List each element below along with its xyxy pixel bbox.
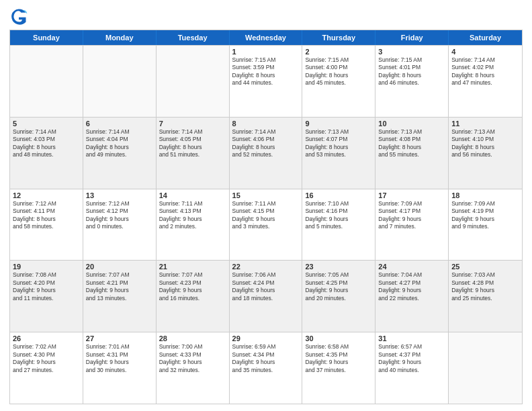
cell-details: Sunrise: 7:12 AM Sunset: 4:12 PM Dayligh… [86,200,153,231]
weekday-header-sunday: Sunday [10,30,83,45]
calendar-cell-day-31: 31Sunrise: 6:57 AM Sunset: 4:37 PM Dayli… [375,332,449,404]
logo [9,7,31,26]
cell-details: Sunrise: 7:15 AM Sunset: 4:01 PM Dayligh… [378,56,445,87]
calendar-cell-day-24: 24Sunrise: 7:04 AM Sunset: 4:27 PM Dayli… [375,261,449,332]
day-number: 13 [86,191,153,199]
day-number: 26 [13,334,80,342]
calendar-cell-day-14: 14Sunrise: 7:11 AM Sunset: 4:13 PM Dayli… [157,189,230,261]
page: SundayMondayTuesdayWednesdayThursdayFrid… [0,0,532,411]
day-number: 28 [159,334,226,342]
calendar-cell-empty [157,46,230,117]
cell-details: Sunrise: 7:11 AM Sunset: 4:13 PM Dayligh… [159,200,226,231]
calendar-row-1: 1Sunrise: 7:15 AM Sunset: 3:59 PM Daylig… [10,45,522,117]
calendar-cell-day-26: 26Sunrise: 7:02 AM Sunset: 4:30 PM Dayli… [10,332,83,404]
cell-details: Sunrise: 7:04 AM Sunset: 4:27 PM Dayligh… [378,271,445,302]
calendar-cell-day-6: 6Sunrise: 7:14 AM Sunset: 4:04 PM Daylig… [83,118,157,189]
calendar-cell-day-15: 15Sunrise: 7:11 AM Sunset: 4:15 PM Dayli… [230,189,303,261]
calendar-row-2: 5Sunrise: 7:14 AM Sunset: 4:03 PM Daylig… [10,117,522,189]
day-number: 24 [378,263,445,271]
day-number: 11 [451,120,519,128]
cell-details: Sunrise: 7:14 AM Sunset: 4:05 PM Dayligh… [159,128,226,159]
header [9,7,523,26]
calendar-cell-day-27: 27Sunrise: 7:01 AM Sunset: 4:31 PM Dayli… [83,332,157,404]
calendar-cell-day-18: 18Sunrise: 7:09 AM Sunset: 4:19 PM Dayli… [449,189,522,261]
calendar-cell-day-1: 1Sunrise: 7:15 AM Sunset: 3:59 PM Daylig… [230,46,303,117]
calendar-header: SundayMondayTuesdayWednesdayThursdayFrid… [10,30,522,45]
calendar-cell-empty [83,46,157,117]
calendar-cell-day-7: 7Sunrise: 7:14 AM Sunset: 4:05 PM Daylig… [157,118,230,189]
weekday-header-wednesday: Wednesday [230,30,303,45]
cell-details: Sunrise: 7:06 AM Sunset: 4:24 PM Dayligh… [232,271,300,302]
calendar-cell-day-19: 19Sunrise: 7:08 AM Sunset: 4:20 PM Dayli… [10,261,83,332]
day-number: 20 [86,263,153,271]
day-number: 15 [232,191,300,199]
day-number: 25 [451,263,519,271]
day-number: 29 [232,334,300,342]
day-number: 8 [232,120,300,128]
calendar-cell-day-9: 9Sunrise: 7:13 AM Sunset: 4:07 PM Daylig… [302,118,375,189]
calendar-cell-day-10: 10Sunrise: 7:13 AM Sunset: 4:08 PM Dayli… [375,118,449,189]
calendar-cell-day-3: 3Sunrise: 7:15 AM Sunset: 4:01 PM Daylig… [375,46,449,117]
day-number: 19 [13,263,80,271]
calendar-cell-day-2: 2Sunrise: 7:15 AM Sunset: 4:00 PM Daylig… [302,46,375,117]
day-number: 31 [378,334,445,342]
cell-details: Sunrise: 7:05 AM Sunset: 4:25 PM Dayligh… [305,271,372,302]
calendar-cell-day-16: 16Sunrise: 7:10 AM Sunset: 4:16 PM Dayli… [302,189,375,261]
logo-icon [9,7,28,26]
day-number: 14 [159,191,226,199]
cell-details: Sunrise: 7:14 AM Sunset: 4:04 PM Dayligh… [86,128,153,159]
weekday-header-monday: Monday [83,30,157,45]
day-number: 1 [232,48,300,56]
cell-details: Sunrise: 7:13 AM Sunset: 4:08 PM Dayligh… [378,128,445,159]
cell-details: Sunrise: 7:13 AM Sunset: 4:10 PM Dayligh… [451,128,519,159]
cell-details: Sunrise: 7:15 AM Sunset: 3:59 PM Dayligh… [232,56,300,87]
day-number: 27 [86,334,153,342]
day-number: 10 [378,120,445,128]
cell-details: Sunrise: 7:02 AM Sunset: 4:30 PM Dayligh… [13,343,80,374]
day-number: 22 [232,263,300,271]
day-number: 9 [305,120,372,128]
cell-details: Sunrise: 7:07 AM Sunset: 4:21 PM Dayligh… [86,271,153,302]
calendar-cell-day-22: 22Sunrise: 7:06 AM Sunset: 4:24 PM Dayli… [230,261,303,332]
day-number: 4 [451,48,519,56]
cell-details: Sunrise: 7:09 AM Sunset: 4:17 PM Dayligh… [378,200,445,231]
day-number: 12 [13,191,80,199]
weekday-header-tuesday: Tuesday [157,30,230,45]
weekday-header-saturday: Saturday [449,30,522,45]
cell-details: Sunrise: 7:11 AM Sunset: 4:15 PM Dayligh… [232,200,300,231]
day-number: 16 [305,191,372,199]
cell-details: Sunrise: 7:01 AM Sunset: 4:31 PM Dayligh… [86,343,153,374]
day-number: 23 [305,263,372,271]
calendar-cell-day-12: 12Sunrise: 7:12 AM Sunset: 4:11 PM Dayli… [10,189,83,261]
calendar-cell-day-4: 4Sunrise: 7:14 AM Sunset: 4:02 PM Daylig… [449,46,522,117]
cell-details: Sunrise: 7:08 AM Sunset: 4:20 PM Dayligh… [13,271,80,302]
calendar-cell-day-28: 28Sunrise: 7:00 AM Sunset: 4:33 PM Dayli… [157,332,230,404]
calendar-cell-empty [449,332,522,404]
cell-details: Sunrise: 7:12 AM Sunset: 4:11 PM Dayligh… [13,200,80,231]
day-number: 18 [451,191,519,199]
calendar-cell-day-21: 21Sunrise: 7:07 AM Sunset: 4:23 PM Dayli… [157,261,230,332]
calendar-cell-day-8: 8Sunrise: 7:14 AM Sunset: 4:06 PM Daylig… [230,118,303,189]
weekday-header-friday: Friday [375,30,449,45]
calendar-cell-day-25: 25Sunrise: 7:03 AM Sunset: 4:28 PM Dayli… [449,261,522,332]
cell-details: Sunrise: 7:14 AM Sunset: 4:06 PM Dayligh… [232,128,300,159]
cell-details: Sunrise: 7:10 AM Sunset: 4:16 PM Dayligh… [305,200,372,231]
cell-details: Sunrise: 7:07 AM Sunset: 4:23 PM Dayligh… [159,271,226,302]
cell-details: Sunrise: 7:14 AM Sunset: 4:03 PM Dayligh… [13,128,80,159]
cell-details: Sunrise: 6:58 AM Sunset: 4:35 PM Dayligh… [305,343,372,374]
day-number: 17 [378,191,445,199]
day-number: 30 [305,334,372,342]
calendar-cell-day-5: 5Sunrise: 7:14 AM Sunset: 4:03 PM Daylig… [10,118,83,189]
calendar-row-4: 19Sunrise: 7:08 AM Sunset: 4:20 PM Dayli… [10,260,522,332]
cell-details: Sunrise: 7:09 AM Sunset: 4:19 PM Dayligh… [451,200,519,231]
day-number: 6 [86,120,153,128]
calendar-cell-day-30: 30Sunrise: 6:58 AM Sunset: 4:35 PM Dayli… [302,332,375,404]
calendar-cell-day-13: 13Sunrise: 7:12 AM Sunset: 4:12 PM Dayli… [83,189,157,261]
cell-details: Sunrise: 7:14 AM Sunset: 4:02 PM Dayligh… [451,56,519,87]
calendar-row-5: 26Sunrise: 7:02 AM Sunset: 4:30 PM Dayli… [10,332,522,404]
calendar-cell-day-23: 23Sunrise: 7:05 AM Sunset: 4:25 PM Dayli… [302,261,375,332]
calendar: SundayMondayTuesdayWednesdayThursdayFrid… [9,30,523,404]
calendar-cell-day-20: 20Sunrise: 7:07 AM Sunset: 4:21 PM Dayli… [83,261,157,332]
cell-details: Sunrise: 6:57 AM Sunset: 4:37 PM Dayligh… [378,343,445,374]
cell-details: Sunrise: 7:15 AM Sunset: 4:00 PM Dayligh… [305,56,372,87]
